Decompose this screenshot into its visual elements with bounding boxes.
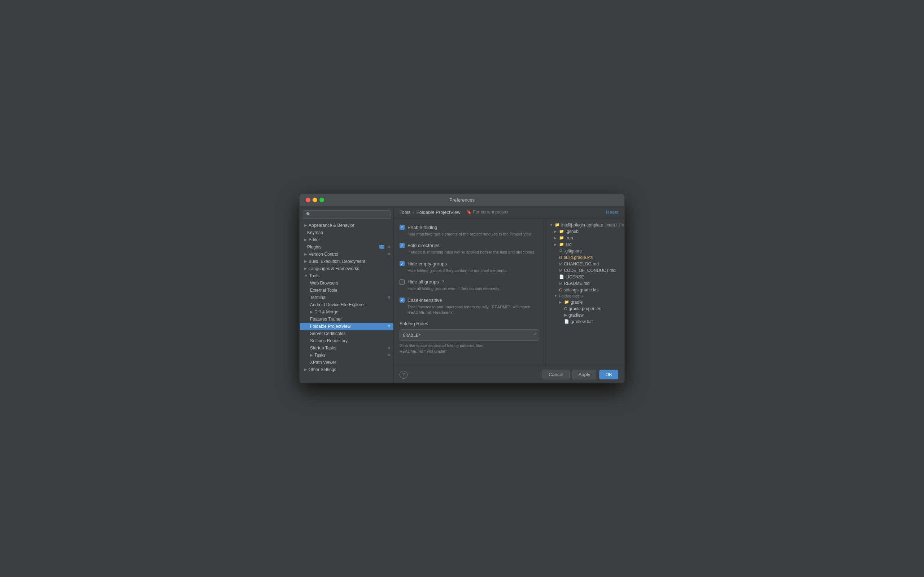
tree-node-changelog[interactable]: M CHANGELOG.md	[548, 261, 621, 267]
node-label: LICENSE	[565, 274, 584, 279]
breadcrumb-parent[interactable]: Tools	[399, 210, 410, 215]
breadcrumb-bar: Tools › Foldable ProjectView 🔖 For curre…	[394, 206, 624, 219]
tree-root[interactable]: ▼ 📁 intellij-plugin-template [IntelliJ_P…	[548, 222, 621, 228]
sidebar-item-other-settings[interactable]: ▶ Other Settings	[300, 366, 393, 373]
node-label: README.md	[564, 281, 590, 286]
traffic-lights	[306, 198, 324, 202]
sidebar-item-label: Startup Tasks	[310, 345, 336, 351]
setting-row: Hide empty groups	[399, 261, 539, 266]
ok-button[interactable]: OK	[599, 370, 618, 379]
case-insensitive-checkbox[interactable]	[399, 298, 405, 303]
sidebar-item-external-tools[interactable]: External Tools	[300, 287, 393, 294]
sidebar-item-keymap[interactable]: Keymap	[300, 229, 393, 236]
tree-node-run[interactable]: ▶ 📁 .run	[548, 235, 621, 241]
apply-button[interactable]: Apply	[572, 370, 597, 379]
sidebar-item-server-certificates[interactable]: Server Certificates	[300, 330, 393, 337]
tree-node-code-of-conduct[interactable]: M CODE_OF_CONDUCT.md	[548, 267, 621, 274]
folder-icon: 📁	[559, 242, 564, 247]
sidebar-item-label: Appearance & Behavior	[309, 223, 354, 228]
folding-rules-input[interactable]	[403, 333, 529, 338]
sidebar-item-label: Android Device File Explorer	[310, 302, 365, 307]
expand-icon[interactable]: ⤢	[534, 332, 537, 336]
enable-folding-checkbox[interactable]	[399, 225, 405, 230]
sidebar-item-label: Features Trainer	[310, 317, 342, 322]
gradle-icon: G	[559, 288, 562, 292]
sidebar-item-foldable-projectview[interactable]: Foldable ProjectView ⚙	[300, 323, 393, 330]
minimize-button[interactable]	[313, 198, 317, 202]
sidebar-item-android-device[interactable]: Android Device File Explorer	[300, 301, 393, 308]
maximize-button[interactable]	[320, 198, 324, 202]
sidebar-item-label: External Tools	[310, 288, 337, 293]
sidebar-item-startup-tasks[interactable]: Startup Tasks ⚙	[300, 344, 393, 351]
enable-folding-desc: Fold matching root elements of the proje…	[407, 232, 539, 237]
sidebar-item-build[interactable]: ▶ Build, Execution, Deployment	[300, 258, 393, 265]
sidebar-item-version-control[interactable]: ▶ Version Control ⚙	[300, 251, 393, 258]
node-label: gradlew.bat	[571, 319, 593, 324]
setting-hide-empty-groups: Hide empty groups Hide folding groups if…	[399, 261, 539, 273]
sidebar-item-editor[interactable]: ▶ Editor	[300, 236, 393, 243]
sidebar-item-label: Build, Execution, Deployment	[309, 259, 365, 264]
sidebar-item-tools[interactable]: ▼ Tools	[300, 272, 393, 279]
node-label: .github	[565, 229, 578, 234]
cancel-button[interactable]: Cancel	[543, 370, 569, 379]
sidebar-item-xpath-viewer[interactable]: XPath Viewer	[300, 359, 393, 366]
expand-arrow: ▶	[304, 367, 307, 371]
hide-all-groups-checkbox[interactable]	[399, 279, 405, 285]
hint-line2: README.md *.yml gradle*	[399, 349, 447, 353]
folder-icon: 📁	[559, 235, 564, 240]
expand-arrow: ▶	[554, 236, 559, 240]
dialog-footer: ? Cancel Apply OK	[394, 366, 624, 383]
sidebar-item-label: Version Control	[309, 252, 338, 257]
folding-rules-input-wrap: ⤢	[399, 329, 539, 341]
sidebar-item-features-trainer[interactable]: Features Trainer	[300, 316, 393, 323]
expand-arrow: ▶	[554, 243, 559, 246]
sidebar-item-plugins[interactable]: Plugins 1 ⚙	[300, 243, 393, 251]
expand-arrow: ▶	[304, 259, 307, 263]
tree-node-gitignore[interactable]: ⚙ .gitignore	[548, 248, 621, 254]
expand-arrow: ▶	[304, 223, 307, 227]
sidebar-item-web-browsers[interactable]: Web Browsers	[300, 279, 393, 287]
tree-node-settings-gradle[interactable]: G settings.gradle.kts	[548, 287, 621, 293]
sidebar-item-terminal[interactable]: Terminal ⚙	[300, 294, 393, 301]
breadcrumb: Tools › Foldable ProjectView	[399, 210, 460, 215]
fold-directories-checkbox[interactable]	[399, 243, 405, 248]
folder-icon: 📁	[555, 222, 560, 227]
sidebar-item-languages[interactable]: ▶ Languages & Frameworks	[300, 265, 393, 272]
tree-node-github[interactable]: ▶ 📁 .github	[548, 228, 621, 235]
setting-row: Hide all groups ?	[399, 279, 539, 285]
hide-all-groups-desc: Hide all folding groups even if they con…	[407, 286, 539, 292]
sidebar-item-label: Keymap	[307, 230, 323, 235]
search-input[interactable]	[313, 212, 387, 217]
tree-node-src[interactable]: ▶ 📁 src	[548, 241, 621, 248]
for-current-project: 🔖 For current project	[466, 210, 509, 214]
tree-node-folded[interactable]: ▼ Folded files: 4	[548, 293, 621, 299]
tree-node-gradlew-bat[interactable]: 📄 gradlew.bat	[548, 318, 621, 325]
help-button[interactable]: ?	[399, 371, 407, 379]
help-icon[interactable]: ?	[442, 279, 444, 285]
folder-icon: 📁	[564, 300, 569, 305]
setting-case-insensitive: Case-insensitive Treat lowercase and upp…	[399, 298, 539, 316]
exec-icon: ▶	[564, 313, 567, 318]
sidebar: 🔍 ▶ Appearance & Behavior Keymap ▶ Edito…	[300, 206, 394, 383]
reset-button[interactable]: Reset	[606, 210, 618, 215]
sidebar-item-settings-repository[interactable]: Settings Repository	[300, 337, 393, 344]
sidebar-item-label: Settings Repository	[310, 338, 347, 343]
setting-row: Enable folding	[399, 225, 539, 230]
md-icon: M	[559, 262, 562, 266]
tree-node-license[interactable]: 📄 LICENSE	[548, 274, 621, 280]
sidebar-item-tasks[interactable]: ▶ Tasks ⚙	[300, 351, 393, 359]
sidebar-item-appearance[interactable]: ▶ Appearance & Behavior	[300, 222, 393, 229]
hide-empty-groups-checkbox[interactable]	[399, 261, 405, 266]
tree-node-gradle-properties[interactable]: G gradle.properties	[548, 305, 621, 312]
sidebar-item-diff-merge[interactable]: ▶ Diff & Merge	[300, 308, 393, 316]
expand-arrow: ▶	[304, 252, 307, 256]
close-button[interactable]	[306, 198, 310, 202]
root-suffix: [IntelliJ_Platform_Plugin	[604, 223, 624, 227]
tree-node-readme[interactable]: M README.md	[548, 280, 621, 287]
root-name: intellij-plugin-template	[561, 222, 603, 227]
tree-node-build-gradle[interactable]: G build.gradle.kts	[548, 254, 621, 261]
tree-node-gradlew[interactable]: ▶ gradlew	[548, 312, 621, 318]
search-box[interactable]: 🔍	[303, 210, 391, 219]
setting-fold-directories: Fold directories If enabled, matching ru…	[399, 243, 539, 255]
tree-node-gradle-folder[interactable]: ▶ 📁 gradle	[548, 299, 621, 305]
